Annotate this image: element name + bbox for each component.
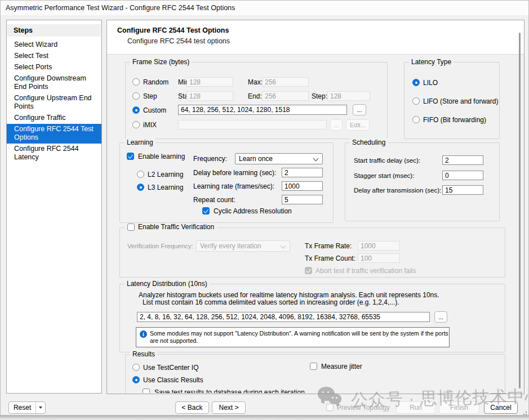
sidebar-item-select-test[interactable]: Select Test: [7, 51, 101, 62]
l2-learning-radio[interactable]: [137, 171, 144, 178]
enable-traffic-verification-label: Enable Traffic Verification: [138, 223, 214, 231]
steps-header: Steps: [7, 24, 101, 37]
frequency-select-value: Learn once: [239, 155, 273, 163]
max-label: Max:: [248, 78, 263, 86]
enable-traffic-verification-checkbox[interactable]: [127, 224, 135, 231]
start-input[interactable]: 128: [186, 91, 233, 101]
custom-browse-button[interactable]: ...: [353, 104, 366, 115]
sidebar-item-configure-downstream-end-points[interactable]: Configure Downstream End Points: [7, 73, 101, 93]
use-testcenter-iq-radio[interactable]: [132, 364, 140, 371]
imix-edit-button[interactable]: Edit...: [346, 119, 370, 131]
imix-input[interactable]: [178, 120, 327, 129]
clipped-results-checkbox[interactable]: [143, 388, 150, 393]
verification-frequency-value: Verify every iteration: [200, 242, 261, 250]
page-title: Configure RFC 2544 Test Options: [117, 26, 229, 34]
frequency-select[interactable]: Learn once: [235, 153, 323, 164]
latency-distribution-note-text: Some modules may not support "Latency Di…: [150, 330, 450, 345]
lilo-radio[interactable]: [412, 79, 420, 86]
tx-frame-count-label: Tx Frame Count:: [305, 254, 355, 262]
lifo-radio-label: LIFO (Store and forward): [423, 97, 498, 105]
tx-frame-rate-input[interactable]: 1000: [358, 241, 400, 251]
measure-jitter-label: Measure jitter: [321, 363, 362, 370]
clipped-results-label: Save test results to database during eac…: [154, 388, 305, 393]
step-radio-label: Step: [143, 92, 157, 100]
reset-dropdown-arrow[interactable]: [36, 402, 45, 413]
run-button[interactable]: Run: [396, 401, 435, 414]
latency-distribution-input[interactable]: 2, 4, 8, 16, 32, 64, 128, 256, 512, 1024…: [137, 312, 430, 322]
cancel-button[interactable]: Cancel: [484, 401, 518, 414]
chevron-down-icon: [281, 243, 286, 249]
l3-learning-radio[interactable]: [137, 184, 144, 191]
start-traffic-delay-label: Start traffic delay (sec):: [354, 157, 420, 164]
imix-browse-button[interactable]: ...: [330, 119, 343, 131]
imix-radio-label: iMIX: [143, 121, 157, 129]
next-button[interactable]: Next >: [212, 401, 246, 414]
sidebar-item-configure-rfc2544-test-options[interactable]: Configure RFC 2544 Test Options: [7, 124, 101, 144]
delay-before-learning-label: Delay before learning (sec):: [193, 169, 276, 177]
use-testcenter-iq-label: Use TestCenter IQ: [143, 364, 198, 372]
repeat-count-label: Repeat count:: [193, 196, 235, 204]
steps-sidebar: Steps Select Wizard Select Test Select P…: [6, 20, 102, 394]
tx-frame-count-input[interactable]: 100: [358, 253, 400, 263]
end-label: End:: [248, 92, 262, 100]
enable-learning-checkbox[interactable]: [127, 153, 134, 160]
cyclic-address-resolution-checkbox[interactable]: [202, 207, 210, 215]
abort-on-verification-fail-label: Abort test if traffic verification fails: [315, 267, 416, 275]
latency-distribution-desc-2: List must contain 16 comma delimited val…: [143, 298, 399, 306]
back-button[interactable]: < Back: [175, 401, 209, 414]
sidebar-item-configure-rfc2544-latency[interactable]: Configure RFC 2544 Latency: [7, 144, 101, 163]
delay-after-transmission-input[interactable]: 15: [442, 185, 483, 195]
reset-split-button[interactable]: Reset: [8, 401, 46, 414]
latency-distribution-title: Latency Distribution (10ns): [125, 280, 210, 288]
caret-down-icon: [39, 406, 42, 409]
step-size-input[interactable]: 128: [327, 91, 370, 101]
lifo-radio[interactable]: [412, 97, 420, 105]
sidebar-item-select-wizard[interactable]: Select Wizard: [7, 39, 101, 51]
stagger-start-label: Stagger start (msec):: [354, 172, 414, 179]
scheduling-group: Scheduling Start traffic delay (sec): 2 …: [345, 142, 500, 221]
use-classic-results-label: Use Classic Results: [143, 376, 203, 384]
start-traffic-delay-input[interactable]: 2: [442, 155, 483, 165]
latency-distribution-browse-button[interactable]: ...: [434, 311, 447, 323]
random-radio-label: Random: [143, 78, 168, 86]
wizard-window: Asymmetric Performance Test Wizard - Con…: [0, 0, 529, 415]
latency-distribution-group: Latency Distribution (10ns) Analyzer his…: [119, 284, 505, 352]
custom-radio-label: Custom: [143, 106, 166, 114]
learning-rate-input[interactable]: 1000: [282, 181, 323, 191]
window-title: Asymmetric Performance Test Wizard - Con…: [6, 4, 235, 12]
sidebar-item-configure-traffic[interactable]: Configure Traffic: [7, 113, 101, 124]
end-input[interactable]: 256: [262, 91, 309, 101]
traffic-verification-title: Enable Traffic Verification: [125, 223, 217, 231]
delay-before-learning-input[interactable]: 2: [282, 168, 323, 177]
abort-on-verification-fail-checkbox[interactable]: [305, 267, 312, 274]
max-input[interactable]: 256: [262, 77, 309, 87]
main-panel: Configure RFC 2544 Test Options Configur…: [106, 20, 524, 394]
min-input[interactable]: 128: [186, 77, 233, 87]
random-radio[interactable]: [132, 78, 140, 86]
measure-jitter-checkbox[interactable]: [310, 363, 317, 370]
stagger-start-input[interactable]: 0: [442, 171, 483, 180]
latency-type-group-title: Latency Type: [409, 58, 454, 66]
repeat-count-input[interactable]: 5: [282, 195, 323, 204]
finish-button[interactable]: Finish: [439, 401, 479, 414]
enable-learning-label: Enable learning: [138, 153, 185, 160]
cyclic-address-resolution-label: Cyclic Address Resolution: [214, 207, 292, 215]
verification-frequency-select[interactable]: Verify every iteration: [196, 240, 290, 252]
learning-group: Learning Enable learning L2 Learning L3 …: [119, 142, 334, 223]
results-group-title: Results: [130, 350, 157, 358]
sidebar-item-select-ports[interactable]: Select Ports: [7, 62, 101, 73]
use-classic-results-radio[interactable]: [132, 376, 140, 383]
lilo-radio-label: LILO: [423, 79, 438, 87]
latency-type-group: Latency Type LILO LIFO (Store and forwar…: [404, 62, 500, 139]
sidebar-item-configure-upstream-end-points[interactable]: Configure Upstream End Points: [7, 93, 101, 113]
custom-frame-sizes-input[interactable]: 64, 128, 256, 512, 1024, 1280, 1518: [178, 105, 347, 115]
step-radio[interactable]: [132, 92, 140, 100]
fifo-radio[interactable]: [412, 116, 420, 123]
vertical-scrollbar[interactable]: [519, 33, 521, 388]
preview-topology-checkbox[interactable]: [326, 404, 334, 411]
page-header: Configure RFC 2544 Test Options Configur…: [107, 20, 524, 55]
imix-radio[interactable]: [132, 121, 140, 128]
l2-learning-label: L2 Learning: [148, 171, 183, 178]
custom-radio[interactable]: [132, 106, 140, 114]
reset-button[interactable]: Reset: [9, 402, 35, 413]
